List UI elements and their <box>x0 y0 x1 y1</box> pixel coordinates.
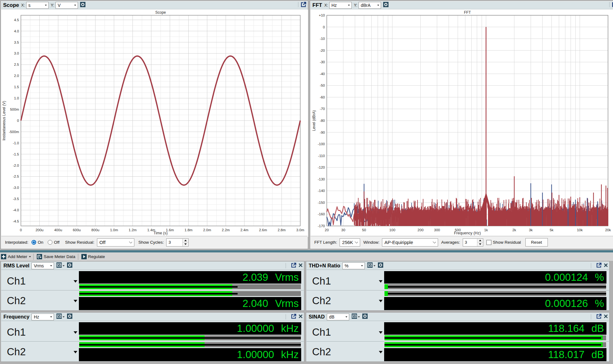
svg-text:200: 200 <box>418 228 423 232</box>
svg-text:-70: -70 <box>320 107 325 111</box>
svg-text:4.5: 4.5 <box>14 18 19 22</box>
svg-text:600u: 600u <box>73 228 81 232</box>
svg-text:Instantaneous Level (V): Instantaneous Level (V) <box>2 101 6 141</box>
svg-text:-160: -160 <box>318 212 325 216</box>
svg-text:-40: -40 <box>320 72 325 76</box>
svg-text:5k: 5k <box>550 228 553 232</box>
svg-text:1.0: 1.0 <box>14 96 19 100</box>
svg-text:2.8m: 2.8m <box>278 228 286 232</box>
svg-text:-500m: -500m <box>9 130 19 134</box>
svg-text:2k: 2k <box>512 228 516 232</box>
svg-text:2.0m: 2.0m <box>203 228 211 232</box>
svg-text:-1.0: -1.0 <box>13 141 19 145</box>
svg-text:300: 300 <box>434 228 440 232</box>
svg-text:-130: -130 <box>318 177 325 181</box>
svg-text:Time (s): Time (s) <box>153 231 167 235</box>
svg-text:1.5: 1.5 <box>14 85 19 89</box>
svg-text:1.0m: 1.0m <box>110 228 118 232</box>
svg-text:2.5: 2.5 <box>14 63 19 66</box>
svg-text:-4.5: -4.5 <box>13 219 19 223</box>
svg-text:4.0: 4.0 <box>14 29 19 33</box>
svg-text:2.6m: 2.6m <box>259 228 267 232</box>
svg-text:-50: -50 <box>320 84 325 87</box>
svg-text:20k: 20k <box>605 228 611 232</box>
svg-text:3.0m: 3.0m <box>296 228 304 232</box>
svg-text:-90: -90 <box>320 131 325 134</box>
svg-text:-10: -10 <box>320 37 325 41</box>
svg-text:3k: 3k <box>529 228 533 232</box>
svg-text:-110: -110 <box>318 154 325 158</box>
svg-text:400u: 400u <box>54 228 62 232</box>
svg-text:1.2m: 1.2m <box>129 228 137 232</box>
svg-text:3.5: 3.5 <box>14 41 19 44</box>
svg-text:1k: 1k <box>484 228 488 232</box>
svg-text:50: 50 <box>362 228 366 232</box>
svg-text:20: 20 <box>325 228 329 232</box>
svg-text:-140: -140 <box>318 189 325 193</box>
svg-text:-170: -170 <box>318 224 325 228</box>
svg-text:2.2m: 2.2m <box>222 228 230 232</box>
svg-text:1.8m: 1.8m <box>185 228 193 232</box>
svg-text:-60: -60 <box>320 95 325 99</box>
svg-text:-150: -150 <box>318 201 325 204</box>
svg-text:2.4m: 2.4m <box>240 228 249 232</box>
svg-text:2.0: 2.0 <box>14 74 19 78</box>
svg-text:-100: -100 <box>318 142 325 146</box>
svg-text:-1.5: -1.5 <box>13 152 19 156</box>
svg-text:-2.5: -2.5 <box>13 175 19 178</box>
svg-text:Scope: Scope <box>155 10 166 15</box>
svg-text:-3.5: -3.5 <box>13 197 19 201</box>
svg-text:0: 0 <box>20 228 22 232</box>
svg-text:30: 30 <box>341 228 345 232</box>
svg-text:-120: -120 <box>318 165 325 169</box>
svg-text:0: 0 <box>323 25 325 29</box>
svg-text:-80: -80 <box>320 119 325 122</box>
svg-text:500m: 500m <box>10 108 19 111</box>
svg-text:0: 0 <box>17 119 19 122</box>
svg-text:-2.0: -2.0 <box>13 164 19 167</box>
svg-text:3.0: 3.0 <box>14 51 19 55</box>
svg-text:+10: +10 <box>319 13 325 17</box>
svg-text:Frequency (Hz): Frequency (Hz) <box>454 231 481 235</box>
svg-text:100: 100 <box>389 228 395 232</box>
svg-text:Level (dBrA): Level (dBrA) <box>312 110 316 131</box>
svg-text:-3.0: -3.0 <box>13 186 19 189</box>
svg-text:-20: -20 <box>320 49 325 52</box>
svg-text:10k: 10k <box>577 228 583 232</box>
svg-text:FFT: FFT <box>464 10 471 15</box>
svg-text:800u: 800u <box>91 228 99 232</box>
svg-text:-30: -30 <box>320 60 325 64</box>
svg-text:-4.0: -4.0 <box>13 208 19 212</box>
svg-text:200u: 200u <box>36 228 44 232</box>
